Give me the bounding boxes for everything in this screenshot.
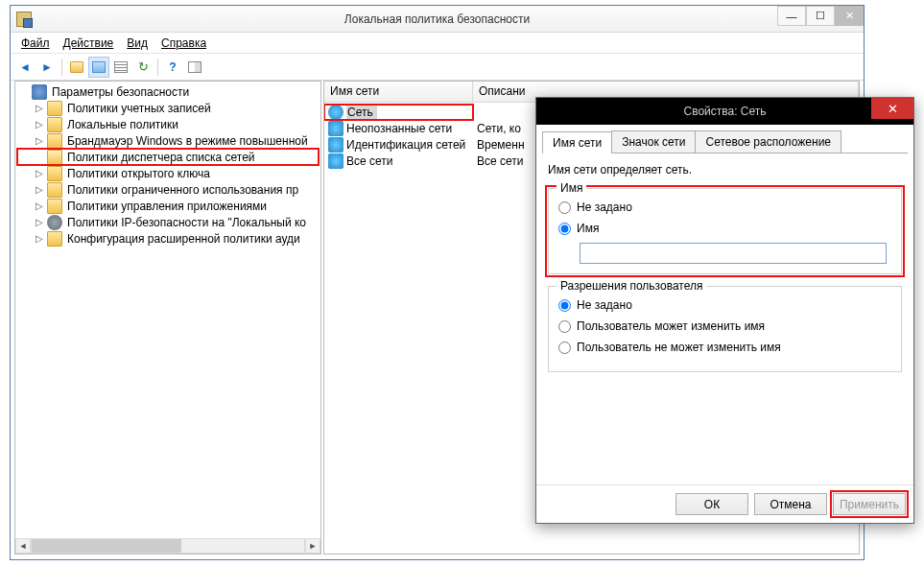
cog-icon	[47, 215, 62, 230]
tree-item-ip-security[interactable]: ▷ Политики IP-безопасности на "Локальный…	[17, 214, 319, 230]
toolbar: ↻ ?	[11, 54, 864, 81]
prompt-text: Имя сети определяет сеть.	[548, 163, 902, 177]
menu-view[interactable]: Вид	[120, 35, 154, 52]
export-list-button[interactable]	[110, 57, 131, 78]
tree-item-firewall[interactable]: ▷ Брандмауэр Windows в режиме повышенной	[17, 132, 319, 149]
radio-name-notset-input[interactable]	[558, 201, 571, 214]
arrow-left-icon	[19, 60, 31, 74]
folder-icon	[47, 101, 62, 116]
cancel-button[interactable]: Отмена	[754, 493, 827, 515]
folder-up-icon	[70, 61, 83, 73]
expander-icon[interactable]: ▷	[35, 200, 44, 211]
network-group-icon	[328, 121, 344, 136]
group-permissions: Разрешения пользователя Не задано Пользо…	[548, 286, 902, 372]
network-group-icon	[328, 137, 344, 153]
group-permissions-legend: Разрешения пользователя	[557, 279, 706, 293]
forward-button[interactable]	[36, 57, 58, 78]
radio-name-custom[interactable]: Имя	[558, 222, 891, 235]
help-button[interactable]: ?	[162, 57, 183, 78]
scroll-right-button[interactable]: ►	[305, 538, 320, 554]
app-icon	[16, 12, 32, 27]
grid-icon	[188, 61, 201, 73]
menu-action[interactable]: Действие	[57, 35, 121, 52]
toolbar-separator	[61, 59, 62, 76]
scroll-thumb[interactable]	[32, 539, 181, 553]
network-group-icon	[328, 153, 344, 169]
radio-perm-can-change[interactable]: Пользователь может изменить имя	[558, 319, 891, 333]
radio-perm-notset[interactable]: Не задано	[558, 298, 891, 312]
radio-perm-can-change-input[interactable]	[558, 320, 571, 333]
shield-icon	[32, 84, 47, 100]
scroll-track[interactable]	[31, 538, 305, 554]
back-button[interactable]	[14, 57, 36, 78]
tree-item-app-control[interactable]: ▷ Политики управления приложениями	[17, 198, 319, 214]
tree-item-local-policies[interactable]: ▷ Локальные политики	[17, 116, 319, 132]
close-button[interactable]: ✕	[835, 6, 864, 26]
tree-item-network-list[interactable]: Политики диспетчера списка сетей	[17, 149, 319, 165]
radio-perm-notset-input[interactable]	[558, 299, 571, 312]
refresh-icon: ↻	[138, 59, 149, 74]
radio-name-custom-input[interactable]	[558, 223, 571, 235]
tree: Параметры безопасности ▷ Политики учетны…	[15, 82, 320, 248]
dialog-body: Имя сети Значок сети Сетевое расположени…	[536, 125, 913, 395]
radio-perm-cannot-change[interactable]: Пользователь не может изменить имя	[558, 341, 891, 354]
tree-item-public-key[interactable]: ▷ Политики открытого ключа	[17, 165, 319, 181]
dialog-close-button[interactable]: ✕	[871, 98, 913, 119]
tree-pane: Параметры безопасности ▷ Политики учетны…	[14, 81, 321, 554]
up-button[interactable]	[66, 57, 87, 78]
tab-network-icon[interactable]: Значок сети	[611, 130, 696, 153]
column-network-name[interactable]: Имя сети	[324, 82, 473, 102]
expander-icon[interactable]: ▷	[35, 184, 44, 195]
list-icon	[114, 61, 128, 73]
network-icon	[328, 105, 344, 120]
folder-icon	[47, 133, 62, 149]
tab-content: Имя сети определяет сеть. Имя Не задано …	[542, 153, 908, 389]
radio-perm-cannot-change-input[interactable]	[558, 342, 571, 354]
window-title: Локальная политика безопасности	[344, 12, 530, 26]
menu-file[interactable]: Файл	[14, 35, 57, 52]
tree-item-audit-config[interactable]: ▷ Конфигурация расширенной политики ауди	[17, 230, 319, 247]
show-tree-button[interactable]	[88, 57, 109, 78]
tab-network-name[interactable]: Имя сети	[542, 131, 612, 153]
tree-root[interactable]: Параметры безопасности	[17, 83, 319, 100]
minimize-button[interactable]: —	[777, 6, 806, 26]
expander-icon[interactable]: ▷	[35, 217, 44, 227]
tree-item-account-policies[interactable]: ▷ Политики учетных записей	[17, 100, 319, 116]
help-icon: ?	[169, 60, 176, 74]
tab-network-location[interactable]: Сетевое расположение	[695, 130, 841, 153]
dialog-titlebar[interactable]: Свойства: Сеть ✕	[536, 98, 913, 125]
refresh-button[interactable]: ↻	[132, 57, 154, 78]
expander-icon[interactable]: ▷	[35, 168, 44, 178]
folder-icon	[47, 231, 62, 247]
properties-button[interactable]	[184, 57, 205, 78]
folder-icon	[47, 166, 62, 181]
titlebar: Локальная политика безопасности — ☐ ✕	[11, 6, 864, 33]
menu-help[interactable]: Справка	[154, 35, 213, 52]
tree-icon	[92, 61, 106, 73]
window-controls: — ☐ ✕	[777, 6, 864, 26]
expander-icon[interactable]: ▷	[35, 119, 44, 130]
folder-open-icon	[47, 150, 62, 165]
arrow-right-icon	[41, 60, 53, 74]
menubar: Файл Действие Вид Справка	[11, 33, 864, 54]
ok-button[interactable]: ОК	[675, 493, 748, 515]
network-name-input[interactable]	[580, 243, 887, 264]
group-name: Имя Не задано Имя	[548, 188, 902, 274]
horizontal-scrollbar[interactable]: ◄ ►	[15, 538, 320, 554]
folder-icon	[47, 199, 62, 214]
tree-item-software-restriction[interactable]: ▷ Политики ограниченного использования п…	[17, 181, 319, 198]
group-name-legend: Имя	[557, 181, 586, 195]
scroll-left-button[interactable]: ◄	[15, 538, 31, 554]
expander-icon[interactable]: ▷	[35, 135, 44, 146]
apply-button[interactable]: Применить	[833, 493, 906, 515]
dialog-buttons: ОК Отмена Применить	[536, 484, 913, 523]
expander-icon[interactable]: ▷	[35, 233, 44, 244]
toolbar-separator	[157, 59, 158, 76]
maximize-button[interactable]: ☐	[806, 6, 835, 26]
folder-icon	[47, 182, 62, 198]
properties-dialog: Свойства: Сеть ✕ Имя сети Значок сети Се…	[535, 97, 914, 524]
radio-name-notset[interactable]: Не задано	[558, 200, 891, 214]
tabstrip: Имя сети Значок сети Сетевое расположени…	[542, 130, 908, 153]
folder-icon	[47, 117, 62, 132]
expander-icon[interactable]: ▷	[35, 103, 44, 113]
